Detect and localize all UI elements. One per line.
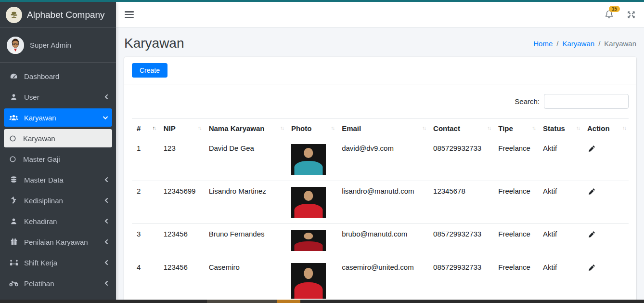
cell-status: Aktif xyxy=(538,224,582,257)
employee-photo xyxy=(291,144,326,175)
sidebar-item-pelatihan[interactable]: Pelatihan xyxy=(4,274,112,292)
employee-photo xyxy=(291,187,326,218)
chevron-left-icon xyxy=(104,218,108,224)
user-icon xyxy=(8,93,20,101)
column-header-status[interactable]: Status↑↓ xyxy=(538,119,582,138)
topbar: 15 xyxy=(116,2,644,27)
cell-status: Aktif xyxy=(538,181,582,224)
cell-nip: 123 xyxy=(159,138,204,181)
user-icon xyxy=(8,218,20,225)
cell-action xyxy=(582,257,629,303)
cell-contact: 085729932733 xyxy=(428,224,493,257)
pencil-icon xyxy=(588,264,595,271)
table-row: 2 12345699 Lisandro Martinez lisandro@ma… xyxy=(132,181,629,224)
chevron-left-icon xyxy=(104,94,108,100)
cell-email: david@dv9.com xyxy=(337,138,428,181)
edit-button[interactable] xyxy=(587,230,596,239)
gavel-icon xyxy=(8,197,20,204)
employee-photo xyxy=(291,230,326,251)
breadcrumb-home-link[interactable]: Home xyxy=(533,40,553,48)
column-header-email[interactable]: Email↑↓ xyxy=(337,119,428,138)
cell-nama: Lisandro Martinez xyxy=(204,181,286,224)
user-panel[interactable]: Super Admin xyxy=(0,28,116,63)
breadcrumb-current: Karyawan xyxy=(604,40,636,48)
karyawan-table: #↑↓ NIP↑↓ Nama Karyawan↑↓ Photo↑↓ Email↑… xyxy=(132,119,629,303)
column-header-tipe[interactable]: Tipe↑↓ xyxy=(493,119,538,138)
sidebar: Alphabet Company Super Admin Dashboard U… xyxy=(0,2,116,303)
cell-tipe: Freelance xyxy=(493,181,538,224)
breadcrumb-karyawan-link[interactable]: Karyawan xyxy=(562,40,594,48)
column-header-nip[interactable]: NIP↑↓ xyxy=(159,119,204,138)
pencil-icon xyxy=(588,231,595,238)
user-avatar xyxy=(7,37,24,54)
edit-button[interactable] xyxy=(587,144,596,153)
cell-no: 1 xyxy=(132,138,159,181)
cell-contact: 12345678 xyxy=(428,181,493,224)
sidebar-item-karyawan[interactable]: Karyawan xyxy=(4,108,112,127)
search-label: Search: xyxy=(515,97,540,105)
cell-nip: 123456 xyxy=(159,257,204,303)
motorcycle-icon xyxy=(8,280,20,287)
edit-button[interactable] xyxy=(587,187,596,196)
sidebar-item-master-data[interactable]: Master Data xyxy=(4,171,112,189)
table-header-row: #↑↓ NIP↑↓ Nama Karyawan↑↓ Photo↑↓ Email↑… xyxy=(132,119,629,138)
sidebar-item-shift-kerja[interactable]: Shift Kerja xyxy=(4,253,112,272)
sort-icon: ↑↓ xyxy=(422,125,425,131)
sidebar-item-penilaian-karyawan[interactable]: Penilaian Karyawan xyxy=(4,233,112,251)
cell-tipe: Freelance xyxy=(493,224,538,257)
user-name: Super Admin xyxy=(30,41,71,49)
sidebar-subitem-karyawan[interactable]: Karyawan xyxy=(4,129,112,147)
sidebar-item-kedisiplinan[interactable]: Kedisiplinan xyxy=(4,191,112,210)
breadcrumb-separator: / xyxy=(598,40,600,48)
gift-icon xyxy=(8,238,20,246)
sidebar-item-dashboard[interactable]: Dashboard xyxy=(4,67,112,85)
cell-contact: 085729932733 xyxy=(428,257,493,303)
company-logo-icon xyxy=(6,7,22,23)
sidebar-item-label: Master Gaji xyxy=(23,155,60,163)
users-icon xyxy=(8,114,20,121)
pencil-icon xyxy=(588,145,595,152)
cell-photo xyxy=(286,181,337,224)
cell-status: Aktif xyxy=(538,138,582,181)
cell-no: 4 xyxy=(132,257,159,303)
column-header-no[interactable]: #↑↓ xyxy=(132,119,159,138)
brand-header[interactable]: Alphabet Company xyxy=(0,2,116,28)
fullscreen-expand-icon[interactable] xyxy=(627,11,635,19)
sort-icon: ↑↓ xyxy=(331,125,334,131)
sidebar-item-user[interactable]: User xyxy=(4,88,112,106)
sidebar-toggle-button[interactable] xyxy=(125,11,134,18)
taskbar-strip xyxy=(0,300,644,303)
create-button[interactable]: Create xyxy=(132,63,167,78)
brand-name: Alphabet Company xyxy=(27,10,105,20)
chevron-left-icon xyxy=(104,177,108,183)
sidebar-item-kehadiran[interactable]: Kehadiran xyxy=(4,212,112,230)
cell-nip: 12345699 xyxy=(159,181,204,224)
sidebar-item-label: User xyxy=(24,93,39,101)
sidebar-subitem-master-gaji[interactable]: Master Gaji xyxy=(4,150,112,168)
circle-outline-icon xyxy=(7,156,19,163)
page-title: Karyawan xyxy=(124,36,184,51)
notification-count-badge: 15 xyxy=(609,6,620,12)
table-row: 1 123 David De Gea david@dv9.com 0857299… xyxy=(132,138,629,181)
cell-contact: 085729932733 xyxy=(428,138,493,181)
column-header-contact[interactable]: Contact↑↓ xyxy=(428,119,493,138)
chevron-left-icon xyxy=(104,198,108,203)
table-row: 3 123456 Bruno Fernandes brubo@manutd.co… xyxy=(132,224,629,257)
breadcrumb-separator: / xyxy=(556,40,558,48)
cell-nama: David De Gea xyxy=(204,138,286,181)
cell-email: lisandro@manutd.com xyxy=(337,181,428,224)
notifications-bell-icon[interactable]: 15 xyxy=(605,10,614,19)
column-header-action[interactable]: Action↑↓ xyxy=(582,119,629,138)
cell-nama: Casemiro xyxy=(204,257,286,303)
search-input[interactable] xyxy=(544,94,629,109)
cell-photo xyxy=(286,257,337,303)
column-header-photo[interactable]: Photo↑↓ xyxy=(286,119,337,138)
cell-photo xyxy=(286,224,337,257)
sort-icon: ↑↓ xyxy=(280,125,283,131)
sort-icon: ↑↓ xyxy=(487,125,490,131)
dashboard-icon xyxy=(8,72,20,80)
column-header-nama[interactable]: Nama Karyawan↑↓ xyxy=(204,119,286,138)
edit-button[interactable] xyxy=(587,263,596,272)
sidebar-item-label: Penilaian Karyawan xyxy=(24,238,88,246)
employee-photo xyxy=(291,263,326,299)
